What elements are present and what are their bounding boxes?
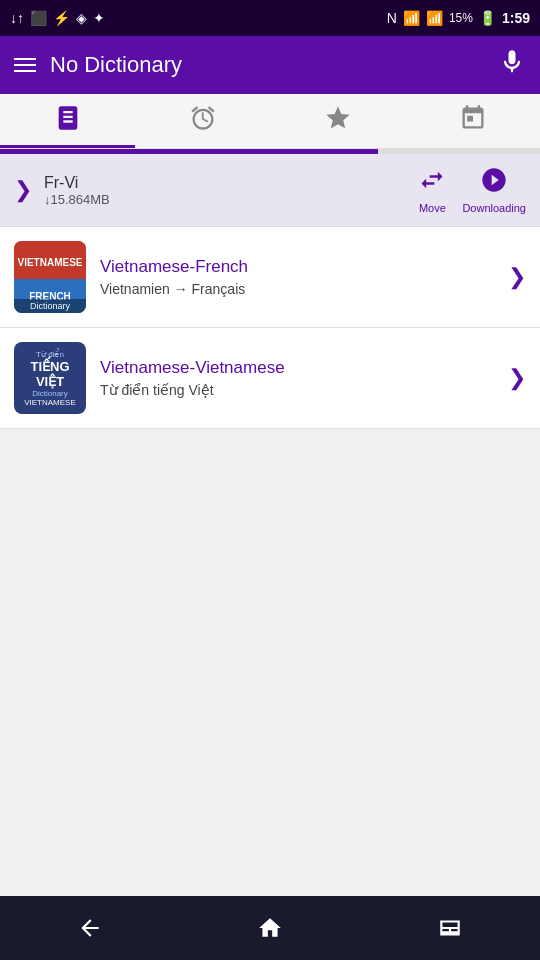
dict-arrow-vv: ❯ xyxy=(508,365,526,391)
dict-item-vv[interactable]: Từ điển TIẾNG VIỆT Dictionary VIETNAMESE… xyxy=(0,328,540,429)
tab-book[interactable] xyxy=(0,94,135,148)
downloading-label: Downloading xyxy=(462,202,526,214)
tab-star[interactable] xyxy=(270,94,405,148)
dict-item-vf[interactable]: VIETNAMESE FRENCH Dictionary Vietnamese-… xyxy=(0,227,540,328)
download-actions: Move Downloading xyxy=(418,166,526,214)
status-bar: ↓↑ ⬛ ⚡ ◈ ✦ N 📶 📶 15% 🔋 1:59 xyxy=(0,0,540,36)
battery-icon: 🔋 xyxy=(479,10,496,26)
signal-icon: 📶 xyxy=(426,10,443,26)
move-button[interactable]: Move xyxy=(418,166,446,214)
home-button[interactable] xyxy=(237,905,303,951)
android-icon: ✦ xyxy=(93,10,105,26)
tab-calendar[interactable] xyxy=(405,94,540,148)
downloading-button[interactable]: Downloading xyxy=(462,166,526,214)
thumb-line5-vv: VIETNAMESE xyxy=(24,398,76,407)
usb-icon: ⚡ xyxy=(53,10,70,26)
mic-button[interactable] xyxy=(498,48,526,82)
thumb-line1-vv: Từ điển xyxy=(36,350,64,359)
book-icon xyxy=(54,104,82,138)
download-size: ↓15.864MB xyxy=(44,192,406,207)
status-left-icons: ↓↑ ⬛ ⚡ ◈ ✦ xyxy=(10,10,105,26)
thumb-label-vf: Dictionary xyxy=(14,299,86,313)
dict-title-vf: Vietnamese-French xyxy=(100,257,494,277)
dict-thumb-vf: VIETNAMESE FRENCH Dictionary xyxy=(14,241,86,313)
dict-info-vv: Vietnamese-Vietnamese Từ điển tiếng Việt xyxy=(100,358,494,398)
bottom-nav xyxy=(0,896,540,960)
dict-title-vv: Vietnamese-Vietnamese xyxy=(100,358,494,378)
download-section: ❯ Fr-Vi ↓15.864MB Move Downloading xyxy=(0,154,540,227)
wifi-icon: 📶 xyxy=(403,10,420,26)
dict-thumb-vv: Từ điển TIẾNG VIỆT Dictionary VIETNAMESE xyxy=(14,342,86,414)
expand-button[interactable]: ❯ xyxy=(14,177,32,203)
dict-arrow-vf: ❯ xyxy=(508,264,526,290)
dict-sub-vf: Vietnamien → Français xyxy=(100,281,494,297)
back-button[interactable] xyxy=(57,905,123,951)
menu-button[interactable] xyxy=(14,58,36,72)
thumb-line4-vv: Dictionary xyxy=(32,389,68,398)
thumb-line2-vv: TIẾNG xyxy=(30,359,69,374)
image-icon: ⬛ xyxy=(30,10,47,26)
thumb-top-vf: VIETNAMESE xyxy=(14,241,86,279)
status-right-icons: N 📶 📶 15% 🔋 1:59 xyxy=(387,10,530,26)
downloading-icon xyxy=(480,166,508,200)
star-icon xyxy=(324,104,352,138)
top-bar: No Dictionary xyxy=(0,36,540,94)
alarm-icon xyxy=(189,104,217,138)
download-name: Fr-Vi xyxy=(44,174,406,192)
clock-display: 1:59 xyxy=(502,10,530,26)
download-icon: ↓↑ xyxy=(10,10,24,26)
move-label: Move xyxy=(419,202,446,214)
calendar-icon xyxy=(459,104,487,138)
tab-clock[interactable] xyxy=(135,94,270,148)
tab-bar xyxy=(0,94,540,149)
app-title: No Dictionary xyxy=(50,52,484,78)
dictionary-list: VIETNAMESE FRENCH Dictionary Vietnamese-… xyxy=(0,227,540,429)
thumb-line3-vv: VIỆT xyxy=(36,374,64,389)
nav-icon: ◈ xyxy=(76,10,87,26)
dict-sub-vv: Từ điển tiếng Việt xyxy=(100,382,494,398)
recents-button[interactable] xyxy=(417,905,483,951)
dict-info-vf: Vietnamese-French Vietnamien → Français xyxy=(100,257,494,297)
move-icon xyxy=(418,166,446,200)
download-info: Fr-Vi ↓15.864MB xyxy=(44,174,406,207)
battery-level: 15% xyxy=(449,11,473,25)
nfc-icon: N xyxy=(387,10,397,26)
content-area xyxy=(0,429,540,739)
